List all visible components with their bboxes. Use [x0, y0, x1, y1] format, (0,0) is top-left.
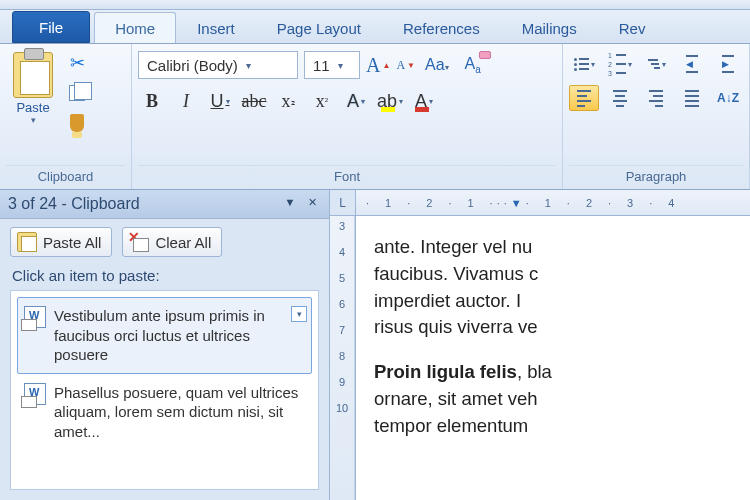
ribbon: Paste ▾ ✂ Clipboard Calibri (Body)▾ 11▾ … [0, 44, 750, 190]
tab-references[interactable]: References [382, 12, 501, 43]
paste-icon [13, 52, 53, 98]
tab-file[interactable]: File [12, 11, 90, 43]
workspace: 3 of 24 - Clipboard ▼ ✕ Paste All Clear … [0, 190, 750, 500]
group-paragraph-label: Paragraph [569, 165, 743, 189]
align-right-icon [649, 90, 663, 107]
chevron-down-icon: ▾ [242, 60, 256, 71]
clipboard-item-menu[interactable]: ▾ [291, 306, 307, 322]
highlight-button[interactable]: ab▾ [376, 87, 404, 115]
clipboard-item-text: Vestibulum ante ipsum primis in faucibus… [54, 306, 305, 365]
group-font-label: Font [138, 165, 556, 189]
align-center-icon [613, 90, 627, 107]
format-painter-button[interactable] [64, 111, 90, 135]
increase-indent-button[interactable]: ▶ [713, 51, 743, 77]
brush-icon [70, 114, 84, 132]
ribbon-tabstrip: File Home Insert Page Layout References … [0, 10, 750, 44]
body-text: risus quis viverra ve [374, 316, 537, 337]
superscript-button[interactable]: x [308, 87, 336, 115]
group-paragraph: ▾ 123▾ ▾ ◀ ▶ A↓Z Paragraph [563, 44, 750, 189]
numbering-icon: 123 [608, 52, 626, 77]
underline-button[interactable]: U▾ [206, 87, 234, 115]
vertical-ruler[interactable]: L 3 4 5 6 7 8 9 10 [330, 190, 356, 500]
body-text: ornare, sit amet veh [374, 388, 538, 409]
tab-home[interactable]: Home [94, 12, 176, 43]
group-clipboard-label: Clipboard [6, 165, 125, 189]
document-area: L 3 4 5 6 7 8 9 10 ·1· 2· 1· ··▼· 1· 2· … [330, 190, 750, 500]
bold-button[interactable]: B [138, 87, 166, 115]
eraser-icon [479, 51, 491, 59]
chevron-down-icon: ▾ [334, 60, 348, 71]
document-page[interactable]: ante. Integer vel nu faucibus. Vivamus c… [356, 216, 750, 500]
paste-all-icon [17, 232, 37, 252]
paste-label: Paste [9, 100, 57, 115]
tab-page-layout[interactable]: Page Layout [256, 12, 382, 43]
horizontal-ruler[interactable]: ·1· 2· 1· ··▼· 1· 2· 3· 4 [356, 190, 750, 216]
clipboard-pane: 3 of 24 - Clipboard ▼ ✕ Paste All Clear … [0, 190, 330, 500]
tab-mailings[interactable]: Mailings [501, 12, 598, 43]
indent-icon: ▶ [722, 55, 734, 73]
clear-formatting-button[interactable]: Aa [459, 53, 487, 77]
group-font: Calibri (Body)▾ 11▾ A▲ A▼ Aa▾ Aa B I U▾ … [132, 44, 563, 189]
decrease-indent-button[interactable]: ◀ [677, 51, 707, 77]
ruler-corner[interactable]: L [330, 190, 355, 216]
body-text: tempor elementum [374, 415, 528, 436]
change-case-button[interactable]: Aa▾ [421, 54, 453, 76]
tab-review[interactable]: Rev [598, 12, 667, 43]
bullets-button[interactable]: ▾ [569, 51, 599, 77]
title-bar [0, 0, 750, 10]
body-text: , bla [517, 361, 552, 382]
group-clipboard: Paste ▾ ✂ Clipboard [0, 44, 132, 189]
multilevel-icon [646, 59, 660, 69]
body-text: imperdiet auctor. I [374, 290, 521, 311]
font-name-combo[interactable]: Calibri (Body)▾ [138, 51, 298, 79]
clear-all-icon [129, 232, 149, 252]
align-left-icon [577, 90, 591, 107]
body-text-bold: Proin ligula felis [374, 361, 517, 382]
clipboard-hint: Click an item to paste: [0, 263, 329, 290]
italic-button[interactable]: I [172, 87, 200, 115]
font-name-value: Calibri (Body) [147, 57, 238, 74]
clipboard-pane-title-text: 3 of 24 - Clipboard [8, 195, 140, 213]
paste-all-button[interactable]: Paste All [10, 227, 112, 257]
align-center-button[interactable] [605, 85, 635, 111]
strikethrough-button[interactable]: abc [240, 87, 268, 115]
numbering-button[interactable]: 123▾ [605, 51, 635, 77]
grow-font-button[interactable]: A▲ [366, 54, 390, 77]
clear-all-button[interactable]: Clear All [122, 227, 222, 257]
subscript-button[interactable]: x [274, 87, 302, 115]
pane-menu-button[interactable]: ▼ [281, 196, 299, 212]
text-effects-button[interactable]: A▾ [342, 87, 370, 115]
body-text: faucibus. Vivamus c [374, 263, 538, 284]
justify-icon [685, 90, 699, 107]
word-doc-icon [24, 306, 46, 328]
clipboard-item[interactable]: Phasellus posuere, quam vel ultrices ali… [17, 374, 312, 451]
multilevel-list-button[interactable]: ▾ [641, 51, 671, 77]
outdent-icon: ◀ [686, 55, 698, 73]
justify-button[interactable] [677, 85, 707, 111]
pane-close-button[interactable]: ✕ [303, 196, 321, 212]
clipboard-list: Vestibulum ante ipsum primis in faucibus… [10, 290, 319, 490]
body-text: ante. Integer vel nu [374, 236, 532, 257]
cut-button[interactable]: ✂ [64, 51, 90, 75]
clipboard-item-text: Phasellus posuere, quam vel ultrices ali… [54, 383, 305, 442]
sort-button[interactable]: A↓Z [713, 85, 743, 111]
align-left-button[interactable] [569, 85, 599, 111]
scissors-icon: ✂ [70, 52, 85, 74]
tab-insert[interactable]: Insert [176, 12, 256, 43]
shrink-font-button[interactable]: A▼ [396, 58, 415, 73]
bullets-icon [574, 58, 589, 71]
align-right-button[interactable] [641, 85, 671, 111]
font-color-button[interactable]: A▾ [410, 87, 438, 115]
copy-button[interactable] [64, 81, 90, 105]
clipboard-item[interactable]: Vestibulum ante ipsum primis in faucibus… [17, 297, 312, 374]
font-size-combo[interactable]: 11▾ [304, 51, 360, 79]
copy-icon [69, 85, 85, 101]
word-doc-icon [24, 383, 46, 405]
paste-button[interactable]: Paste ▾ [6, 47, 60, 128]
font-size-value: 11 [313, 57, 330, 74]
clipboard-pane-title: 3 of 24 - Clipboard ▼ ✕ [0, 190, 329, 219]
